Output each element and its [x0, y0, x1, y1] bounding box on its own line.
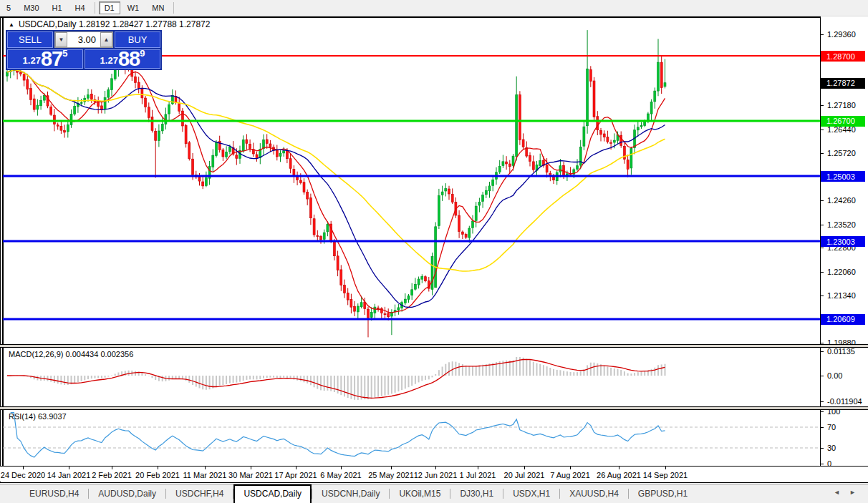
buy-price[interactable]: 1.27889 [85, 49, 160, 69]
timeframe-toolbar: 5M30H1H4D1W1MN [0, 0, 868, 16]
rsi-line [11, 413, 665, 457]
price-tick [821, 296, 824, 296]
price-tick-label: 1.25720 [827, 149, 856, 157]
tab-xauusd-h4[interactable]: XAUUSD,H4 [560, 486, 628, 502]
price-tick [821, 105, 824, 106]
price-tick-label: 1.21340 [827, 291, 856, 300]
chart-window-border-left [0, 16, 1, 483]
tab-usdx-h1[interactable]: USDX,H1 [503, 486, 559, 502]
tab-audusd-daily[interactable]: AUDUSD,Daily [89, 486, 165, 502]
buy-price-sup: 9 [140, 50, 145, 57]
buy-button[interactable]: BUY [115, 31, 160, 48]
sell-price-big: 87 [41, 50, 62, 67]
price-badge: 1.28700 [821, 51, 865, 62]
tab-usdchf-h4[interactable]: USDCHF,H4 [166, 486, 233, 502]
date-label: 26 Aug 2021 [597, 471, 641, 479]
tab-eurusd-h4[interactable]: EURUSD,H4 [20, 486, 88, 502]
macd-histogram [6, 357, 666, 400]
tf-button-w1[interactable]: W1 [122, 1, 145, 14]
rsi-tick [821, 427, 824, 428]
price-tick-label: 1.27180 [827, 101, 856, 109]
macd-axis-label: 0.00 [827, 371, 842, 380]
chart-tabs-bar: EURUSD,H4AUDUSD,DailyUSDCHF,H4USDCAD,Dai… [0, 484, 868, 503]
tab-ukoil-m15[interactable]: UKOil,M15 [390, 486, 450, 502]
buy-price-prefix: 1.27 [100, 54, 118, 67]
rsi-indicator-canvas[interactable] [3, 410, 820, 466]
date-label: 20 Jul 2021 [504, 471, 545, 479]
date-tick [341, 467, 342, 469]
tf-button-m30[interactable]: M30 [18, 1, 44, 14]
macd-signal-line [7, 359, 665, 398]
tf-button-h4[interactable]: H4 [69, 1, 91, 14]
date-label: 6 May 2021 [320, 471, 361, 479]
toolbar-separator [173, 2, 174, 14]
volume-value[interactable]: 3.00 [67, 32, 100, 47]
chart-title: ▲USDCAD,Daily 1.28192 1.28427 1.27788 1.… [9, 19, 210, 29]
tf-button-d1[interactable]: D1 [99, 1, 120, 14]
price-axis[interactable]: 1.293601.286401.279201.271801.264401.257… [821, 16, 868, 466]
date-label: 11 Mar 2021 [183, 471, 227, 479]
collapse-icon[interactable]: ▲ [9, 21, 14, 28]
date-tick [112, 467, 112, 469]
price-badge: 1.27872 [821, 78, 865, 89]
date-label: 12 Jun 2021 [414, 471, 458, 479]
date-tick [665, 467, 666, 469]
macd-axis-label: -0.011904 [827, 397, 862, 406]
rsi-axis-label: 30 [827, 444, 836, 452]
chart-window-border-bottom [0, 482, 868, 483]
price-badge: 1.25003 [821, 171, 865, 182]
tabs-scroll-left-icon[interactable]: ◄ [834, 489, 840, 496]
macd-tick [821, 376, 824, 376]
panel-splitter-rsi[interactable] [0, 406, 868, 410]
volume-increase-button[interactable]: ▲ [100, 32, 112, 47]
volume-stepper: ▼ 3.00 ▲ [54, 31, 113, 48]
rsi-tick [821, 448, 824, 449]
price-tick-label: 1.29360 [827, 30, 856, 39]
tab-usdcad-daily[interactable]: USDCAD,Daily [233, 484, 312, 503]
tf-button-mn[interactable]: MN [146, 1, 170, 14]
date-label: 24 Dec 2020 [1, 471, 45, 479]
date-axis[interactable]: 24 Dec 202014 Jan 20212 Feb 202120 Feb 2… [0, 467, 868, 482]
buy-price-big: 88 [118, 50, 140, 67]
panel-splitter-macd[interactable] [0, 344, 868, 348]
date-tick [435, 467, 436, 469]
rsi-tick [821, 411, 824, 412]
date-tick [69, 467, 69, 469]
rsi-axis-label: 70 [827, 423, 836, 431]
date-tick [23, 467, 24, 469]
price-tick [821, 343, 824, 343]
trade-panel: SELL ▼ 3.00 ▲ BUY 1.27875 1.27889 [6, 30, 162, 70]
date-label: 25 May 2021 [368, 471, 414, 479]
price-tick-label: 1.24260 [827, 196, 856, 205]
price-tick [821, 130, 824, 130]
tab-gbpusd-h1[interactable]: GBPUSD,H1 [629, 486, 697, 502]
date-label: 17 Apr 2021 [274, 471, 317, 479]
rsi-label: RSI(14) 63.9037 [9, 412, 67, 421]
date-tick [158, 467, 158, 469]
price-tick [821, 34, 824, 35]
date-tick [570, 467, 571, 469]
macd-tick [821, 351, 824, 352]
sell-price-prefix: 1.27 [23, 54, 41, 67]
price-tick [821, 153, 824, 154]
price-tick [821, 225, 824, 225]
date-label: 20 Feb 2021 [135, 471, 180, 479]
date-tick [478, 467, 478, 469]
tab-usdcnh-daily[interactable]: USDCNH,Daily [312, 486, 389, 502]
price-tick-label: 1.22060 [827, 268, 856, 276]
sell-price[interactable]: 1.27875 [7, 49, 83, 69]
price-tick [821, 272, 824, 273]
volume-decrease-button[interactable]: ▼ [55, 32, 67, 47]
rsi-tick [821, 464, 824, 464]
chart-title-text: USDCAD,Daily 1.28192 1.28427 1.27788 1.2… [19, 19, 211, 29]
tab-dj30-h1[interactable]: DJ30,H1 [450, 486, 503, 502]
sell-button[interactable]: SELL [7, 31, 53, 48]
tf-button-h1[interactable]: H1 [47, 1, 68, 14]
date-label: 7 Aug 2021 [550, 471, 590, 479]
date-tick [296, 467, 296, 469]
date-label: 2 Feb 2021 [92, 471, 132, 479]
tabs-scroll-right-icon[interactable]: ► [849, 489, 856, 496]
tf-button-5[interactable]: 5 [1, 1, 16, 14]
date-tick [619, 467, 619, 469]
date-label: 14 Sep 2021 [643, 471, 688, 479]
